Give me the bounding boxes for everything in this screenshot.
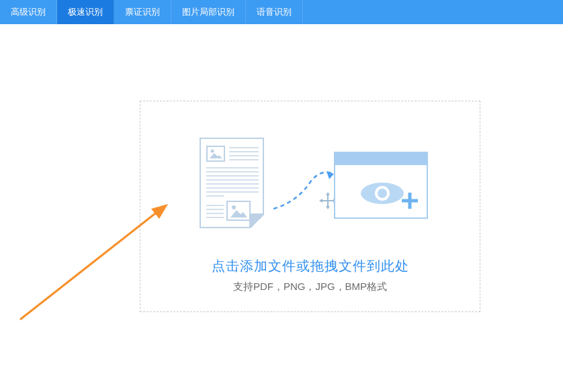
svg-point-11: [378, 189, 387, 198]
tab-label: 语音识别: [257, 6, 292, 18]
dropzone-title: 点击添加文件或拖拽文件到此处: [212, 257, 409, 275]
svg-marker-1: [210, 153, 222, 158]
document-icon: [200, 138, 264, 228]
main-area: 点击添加文件或拖拽文件到此处 支持PDF，PNG，JPG，BMP格式: [0, 24, 563, 392]
image-thumb-icon: [226, 201, 251, 221]
tab-ticket-ocr[interactable]: 票证识别: [114, 0, 171, 24]
tab-label: 票证识别: [125, 6, 160, 18]
svg-marker-6: [326, 206, 330, 209]
dropzone-subtitle: 支持PDF，PNG，JPG，BMP格式: [233, 281, 387, 293]
plus-icon: [400, 191, 420, 211]
file-drop-zone[interactable]: 点击添加文件或拖拽文件到此处 支持PDF，PNG，JPG，BMP格式: [140, 101, 480, 312]
tab-region-ocr[interactable]: 图片局部识别: [171, 0, 246, 24]
svg-point-2: [232, 205, 236, 209]
svg-marker-7: [319, 199, 322, 203]
nav-bar: 高级识别 极速识别 票证识别 图片局部识别 语音识别: [0, 0, 563, 24]
tab-label: 图片局部识别: [182, 6, 234, 18]
image-thumb-icon: [206, 146, 225, 162]
eye-icon: [359, 180, 406, 207]
tab-voice-ocr[interactable]: 语音识别: [246, 0, 303, 24]
svg-point-0: [210, 150, 214, 153]
tab-fast-ocr[interactable]: 极速识别: [57, 0, 114, 24]
svg-marker-5: [326, 192, 330, 195]
tab-label: 极速识别: [68, 6, 103, 18]
upload-illustration: [179, 135, 441, 242]
page-fold-icon: [249, 213, 264, 228]
svg-marker-3: [230, 210, 247, 217]
tab-advanced-ocr[interactable]: 高级识别: [0, 0, 57, 24]
viewer-window-icon: [334, 152, 428, 219]
tab-label: 高级识别: [11, 6, 46, 18]
